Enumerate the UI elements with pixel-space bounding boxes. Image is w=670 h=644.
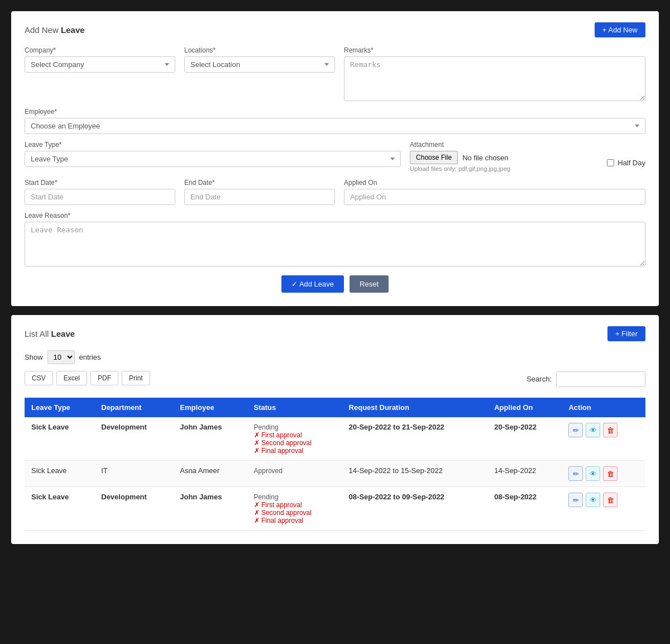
cell-department: IT bbox=[94, 461, 173, 487]
cell-duration: 20-Sep-2022 to 21-Sep-2022 bbox=[342, 417, 488, 461]
delete-button[interactable]: 🗑 bbox=[603, 423, 618, 437]
print-button[interactable]: Print bbox=[122, 371, 150, 385]
table-header: Leave Type Department Employee Status Re… bbox=[25, 398, 645, 417]
company-label: Company* bbox=[25, 46, 175, 54]
applied-on-input[interactable] bbox=[344, 189, 645, 205]
employee-group: Employee* Choose an Employee bbox=[25, 108, 645, 134]
table-row: Sick Leave Development John James Pendin… bbox=[25, 417, 645, 461]
th-request-duration: Request Duration bbox=[342, 398, 488, 417]
search-input[interactable] bbox=[556, 371, 645, 387]
search-row: Search: bbox=[527, 371, 645, 387]
excel-button[interactable]: Excel bbox=[56, 371, 87, 385]
filter-button[interactable]: Filter bbox=[607, 326, 645, 341]
action-buttons: ✏ 👁 🗑 bbox=[568, 423, 639, 437]
entries-select[interactable]: 10 bbox=[47, 350, 75, 364]
half-day-label: Half Day bbox=[618, 159, 645, 167]
cell-status: Approved bbox=[247, 461, 342, 487]
status-approved: Approved bbox=[254, 467, 283, 475]
panel-header: Add New Leave Add New bbox=[25, 22, 645, 37]
th-employee: Employee bbox=[173, 398, 247, 417]
add-leave-form: Company* Select Company Locations* Selec… bbox=[25, 46, 645, 293]
search-label: Search: bbox=[527, 371, 552, 387]
form-row-5: Leave Reason* bbox=[25, 212, 645, 266]
end-date-group: End Date* bbox=[184, 179, 335, 205]
th-applied-on: Applied On bbox=[487, 398, 562, 417]
list-leave-panel: List All Leave Filter Show 10 entries CS… bbox=[11, 315, 659, 544]
applied-on-group: Applied On bbox=[344, 179, 645, 205]
leave-type-select[interactable]: Leave Type bbox=[25, 151, 401, 167]
cell-applied-on: 20-Sep-2022 bbox=[487, 417, 562, 461]
leave-type-group: Leave Type* Leave Type bbox=[25, 141, 401, 172]
show-label: Show bbox=[25, 353, 43, 361]
employee-select[interactable]: Choose an Employee bbox=[25, 118, 645, 134]
cell-department: Development bbox=[94, 487, 173, 531]
list-title-bold: Leave bbox=[51, 329, 75, 338]
attachment-outer-group: Attachment Choose File No file chosen Up… bbox=[410, 141, 598, 172]
th-leave-type: Leave Type bbox=[25, 398, 94, 417]
edit-button[interactable]: ✏ bbox=[568, 466, 583, 481]
section-label-bold: Leave bbox=[61, 25, 85, 35]
reset-button[interactable]: Reset bbox=[350, 275, 389, 293]
cell-status: PendingFirst approvalSecond approvalFina… bbox=[247, 417, 342, 461]
cell-employee: John James bbox=[173, 417, 247, 461]
no-file-label: No file chosen bbox=[462, 154, 508, 162]
cell-employee: Asna Ameer bbox=[173, 461, 247, 487]
panel-title: Add New Leave bbox=[25, 25, 85, 35]
action-buttons: ✏ 👁 🗑 bbox=[568, 466, 639, 481]
th-department: Department bbox=[94, 398, 173, 417]
employee-label: Employee* bbox=[25, 108, 645, 116]
add-leave-button[interactable]: Add Leave bbox=[281, 275, 344, 293]
cell-action: ✏ 👁 🗑 bbox=[562, 487, 645, 531]
csv-button[interactable]: CSV bbox=[25, 371, 53, 385]
form-row-3: Leave Type* Leave Type Attachment Choose… bbox=[25, 141, 645, 172]
delete-button[interactable]: 🗑 bbox=[603, 466, 618, 481]
half-day-checkbox[interactable] bbox=[607, 159, 614, 166]
cell-status: PendingFirst approvalSecond approvalFina… bbox=[247, 487, 342, 531]
attachment-inner: Choose File No file chosen bbox=[410, 151, 598, 164]
cell-duration: 08-Sep-2022 to 09-Sep-2022 bbox=[342, 487, 488, 531]
start-date-input[interactable] bbox=[25, 189, 175, 205]
delete-button[interactable]: 🗑 bbox=[603, 493, 618, 507]
add-new-button[interactable]: Add New bbox=[595, 22, 645, 37]
cell-leave-type: Sick Leave bbox=[25, 487, 94, 531]
cell-applied-on: 14-Sep-2022 bbox=[487, 461, 562, 487]
choose-file-button[interactable]: Choose File bbox=[410, 151, 458, 164]
cell-action: ✏ 👁 🗑 bbox=[562, 461, 645, 487]
company-group: Company* Select Company bbox=[25, 46, 175, 101]
form-row-4: Start Date* End Date* Applied On bbox=[25, 179, 645, 205]
remarks-textarea[interactable] bbox=[344, 56, 645, 101]
leave-reason-textarea[interactable] bbox=[25, 222, 645, 266]
table-row: Sick Leave Development John James Pendin… bbox=[25, 487, 645, 531]
export-search-row: CSV Excel PDF Print Search: bbox=[25, 371, 645, 392]
pdf-button[interactable]: PDF bbox=[90, 371, 118, 385]
attachment-label: Attachment bbox=[410, 141, 598, 149]
form-row-1: Company* Select Company Locations* Selec… bbox=[25, 46, 645, 101]
start-date-group: Start Date* bbox=[25, 179, 175, 205]
view-button[interactable]: 👁 bbox=[586, 493, 600, 507]
table-body: Sick Leave Development John James Pendin… bbox=[25, 417, 645, 531]
edit-button[interactable]: ✏ bbox=[568, 423, 583, 437]
approval-item: Second approval bbox=[254, 439, 336, 447]
table-row: Sick Leave IT Asna Ameer Approved 14-Sep… bbox=[25, 461, 645, 487]
list-controls: Show 10 entries bbox=[25, 350, 645, 364]
approval-item: First approval bbox=[254, 501, 336, 509]
header-row: Leave Type Department Employee Status Re… bbox=[25, 398, 645, 417]
company-select[interactable]: Select Company bbox=[25, 56, 175, 73]
view-button[interactable]: 👁 bbox=[586, 423, 600, 437]
cell-leave-type: Sick Leave bbox=[25, 461, 94, 487]
approval-item: Final approval bbox=[254, 447, 336, 455]
leave-type-label: Leave Type* bbox=[25, 141, 401, 149]
approval-item: Second approval bbox=[254, 509, 336, 517]
add-leave-panel: Add New Leave Add New Company* Select Co… bbox=[11, 11, 659, 306]
location-select[interactable]: Select Location bbox=[184, 56, 335, 73]
end-date-input[interactable] bbox=[184, 189, 335, 205]
form-actions: Add Leave Reset bbox=[25, 275, 645, 293]
list-title: List All bbox=[25, 329, 49, 338]
th-status: Status bbox=[247, 398, 342, 417]
view-button[interactable]: 👁 bbox=[586, 466, 600, 481]
cell-department: Development bbox=[94, 417, 173, 461]
leave-reason-label: Leave Reason* bbox=[25, 212, 645, 220]
file-hint: Upload files only: pdf,gif,png,jpg,jpeg bbox=[410, 165, 598, 172]
edit-button[interactable]: ✏ bbox=[568, 493, 583, 507]
form-row-2: Employee* Choose an Employee bbox=[25, 108, 645, 134]
